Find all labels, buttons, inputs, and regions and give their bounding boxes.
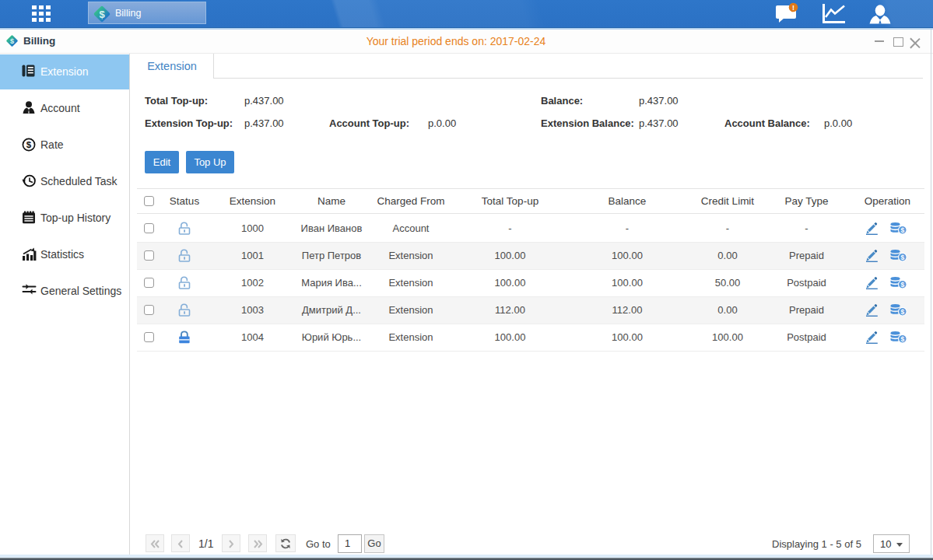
svg-text:$: $ [900,334,904,342]
svg-text:$: $ [26,140,32,149]
svg-text:$: $ [900,280,904,288]
svg-text:!: ! [792,4,794,12]
svg-text:$: $ [900,226,904,233]
svg-text:$: $ [900,307,904,315]
svg-text:$: $ [99,9,105,20]
svg-text:$: $ [900,253,904,261]
